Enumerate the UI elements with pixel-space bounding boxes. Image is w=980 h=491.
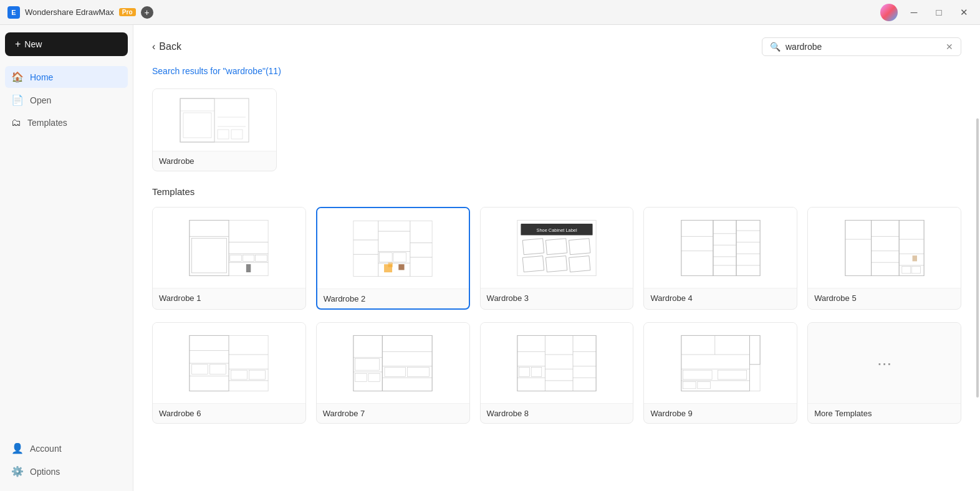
templates-section-label: Templates bbox=[152, 186, 961, 197]
svg-rect-3 bbox=[183, 113, 211, 138]
svg-rect-70 bbox=[912, 255, 916, 261]
search-results-text: Search results for "wardrobe"(11) bbox=[152, 66, 961, 76]
template-label-1: Wardrobe 1 bbox=[153, 288, 305, 308]
search-clear-icon[interactable]: ✕ bbox=[946, 42, 953, 52]
svg-rect-32 bbox=[398, 264, 404, 270]
maximize-button[interactable]: □ bbox=[930, 4, 948, 21]
more-templates-ellipsis: ··· bbox=[877, 353, 891, 373]
back-button[interactable]: ‹ Back bbox=[152, 41, 181, 52]
sidebar-item-open-label: Open bbox=[30, 95, 51, 105]
svg-rect-43 bbox=[681, 220, 760, 275]
minimize-button[interactable]: ─ bbox=[905, 4, 923, 21]
template-preview-7 bbox=[317, 323, 469, 404]
template-label-8: Wardrobe 8 bbox=[481, 404, 633, 423]
template-card-1[interactable]: Wardrobe 1 bbox=[152, 207, 306, 310]
template-card-4[interactable]: Wardrobe 4 bbox=[643, 207, 797, 310]
back-label: Back bbox=[159, 41, 181, 52]
template-preview-more: ··· bbox=[808, 323, 961, 404]
top-result-label: Wardrobe bbox=[153, 151, 276, 171]
svg-text:Shoe Cabinet Label: Shoe Cabinet Label bbox=[536, 227, 577, 233]
sidebar-bottom: 👤 Account ⚙️ Options bbox=[5, 437, 128, 484]
account-icon: 👤 bbox=[11, 442, 24, 454]
svg-rect-57 bbox=[845, 220, 923, 275]
wardrobe-thumbnail-1 bbox=[153, 207, 305, 288]
search-input[interactable] bbox=[785, 42, 941, 52]
svg-rect-6 bbox=[218, 130, 229, 139]
template-preview-2 bbox=[317, 208, 469, 289]
svg-rect-19 bbox=[353, 221, 432, 276]
scrollbar-track[interactable] bbox=[975, 25, 979, 491]
svg-rect-83 bbox=[353, 335, 432, 391]
templates-grid-row2: Wardrobe 6 bbox=[152, 322, 961, 424]
wardrobe-thumbnail-2 bbox=[317, 208, 469, 288]
titlebar-left: E Wondershare EdrawMax Pro + bbox=[7, 6, 153, 19]
search-icon: 🔍 bbox=[770, 42, 781, 52]
template-label-9: Wardrobe 9 bbox=[644, 404, 797, 423]
sidebar-item-templates-label: Templates bbox=[27, 118, 67, 128]
template-preview-9 bbox=[644, 323, 797, 404]
app-logo: E bbox=[7, 6, 20, 19]
new-button[interactable]: + New bbox=[5, 32, 128, 56]
svg-rect-96 bbox=[517, 335, 596, 391]
template-card-7[interactable]: Wardrobe 7 bbox=[316, 322, 470, 424]
titlebar: E Wondershare EdrawMax Pro + ─ □ ✕ bbox=[0, 0, 980, 25]
search-keyword: "wardrobe" bbox=[223, 66, 266, 76]
sidebar-item-options-label: Options bbox=[30, 467, 60, 477]
search-results-prefix: Search results for bbox=[152, 66, 223, 76]
wardrobe-thumbnail-8 bbox=[481, 323, 633, 403]
template-preview-6 bbox=[153, 323, 305, 404]
wardrobe-thumbnail-4 bbox=[644, 207, 797, 288]
new-tab-button[interactable]: + bbox=[141, 6, 153, 19]
content-header: ‹ Back 🔍 ✕ bbox=[152, 37, 961, 56]
sidebar-item-home[interactable]: 🏠 Home bbox=[5, 66, 128, 88]
sidebar-item-open[interactable]: 📄 Open bbox=[5, 89, 128, 111]
template-card-9[interactable]: Wardrobe 9 bbox=[643, 322, 797, 424]
template-preview-5 bbox=[808, 207, 961, 288]
new-button-label: New bbox=[24, 39, 42, 49]
top-result-preview bbox=[153, 89, 276, 151]
top-result-card[interactable]: Wardrobe bbox=[152, 88, 277, 171]
sidebar-item-account-label: Account bbox=[30, 444, 62, 454]
template-label-more: More Templates bbox=[808, 404, 961, 423]
template-card-6[interactable]: Wardrobe 6 bbox=[152, 322, 306, 424]
templates-icon: 🗂 bbox=[11, 117, 21, 128]
template-preview-8 bbox=[481, 323, 633, 404]
template-card-3[interactable]: Shoe Cabinet Label Wardrobe bbox=[480, 207, 634, 310]
sidebar-item-account[interactable]: 👤 Account bbox=[5, 437, 128, 459]
wardrobe-thumbnail-3: Shoe Cabinet Label bbox=[481, 207, 633, 288]
scrollbar-thumb[interactable] bbox=[976, 118, 979, 398]
template-card-8[interactable]: Wardrobe 8 bbox=[480, 322, 634, 424]
sidebar: + New 🏠 Home 📄 Open 🗂 Templates 👤 Accoun… bbox=[0, 25, 133, 491]
templates-grid-row1: Wardrobe 1 bbox=[152, 207, 961, 310]
template-card-2[interactable]: Wardrobe 2 bbox=[316, 207, 470, 310]
wardrobe-thumbnail-6 bbox=[153, 323, 305, 403]
template-preview-1 bbox=[153, 207, 305, 288]
template-label-3: Wardrobe 3 bbox=[481, 288, 633, 308]
top-toolbar: ─ □ ✕ bbox=[880, 4, 973, 21]
template-label-6: Wardrobe 6 bbox=[153, 404, 305, 423]
app-container: + New 🏠 Home 📄 Open 🗂 Templates 👤 Accoun… bbox=[0, 25, 980, 491]
svg-rect-1 bbox=[180, 98, 214, 142]
template-label-4: Wardrobe 4 bbox=[644, 288, 797, 308]
template-preview-3: Shoe Cabinet Label bbox=[481, 207, 633, 288]
wardrobe-thumbnail-9 bbox=[644, 323, 797, 403]
user-avatar[interactable] bbox=[880, 4, 898, 21]
svg-rect-18 bbox=[246, 264, 251, 272]
sidebar-item-home-label: Home bbox=[30, 72, 53, 82]
template-label-7: Wardrobe 7 bbox=[317, 404, 469, 423]
svg-rect-111 bbox=[681, 335, 760, 391]
app-name: Wondershare EdrawMax bbox=[25, 7, 114, 17]
sidebar-item-options[interactable]: ⚙️ Options bbox=[5, 460, 128, 482]
template-card-more[interactable]: ··· More Templates bbox=[807, 322, 961, 424]
options-icon: ⚙️ bbox=[11, 465, 24, 477]
sidebar-item-templates[interactable]: 🗂 Templates bbox=[5, 112, 128, 133]
main-content: ‹ Back 🔍 ✕ Search results for "wardrobe"… bbox=[133, 25, 980, 491]
template-label-5: Wardrobe 5 bbox=[808, 288, 961, 308]
wardrobe-thumbnail-5 bbox=[808, 207, 961, 288]
svg-rect-33 bbox=[388, 262, 393, 267]
search-box: 🔍 ✕ bbox=[762, 37, 961, 56]
close-button[interactable]: ✕ bbox=[955, 4, 973, 21]
template-card-5[interactable]: Wardrobe 5 bbox=[807, 207, 961, 310]
pro-badge: Pro bbox=[119, 8, 136, 16]
home-icon: 🏠 bbox=[11, 71, 24, 83]
